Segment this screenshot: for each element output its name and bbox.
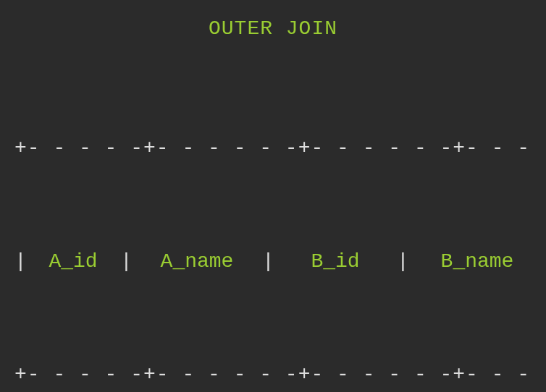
col-header-a-id: A_id (26, 247, 120, 276)
border-mid: +- - - - -+- - - - - -+- - - - - -+- - -… (14, 360, 532, 388)
pipe: | (262, 247, 274, 276)
border-top: +- - - - -+- - - - - -+- - - - - -+- - -… (14, 134, 532, 162)
col-header-b-id: B_id (274, 247, 397, 276)
pipe: | (120, 247, 132, 276)
result-table: +- - - - -+- - - - - -+- - - - - -+- - -… (14, 48, 532, 392)
pipe: | (397, 247, 408, 276)
col-header-b-name: B_name (408, 247, 546, 276)
col-header-a-name: A_name (132, 247, 262, 276)
header-row: | A_id | A_name | B_id | B_name | (14, 247, 532, 276)
pipe: | (14, 247, 26, 276)
page-title: OUTER JOIN (14, 14, 532, 43)
